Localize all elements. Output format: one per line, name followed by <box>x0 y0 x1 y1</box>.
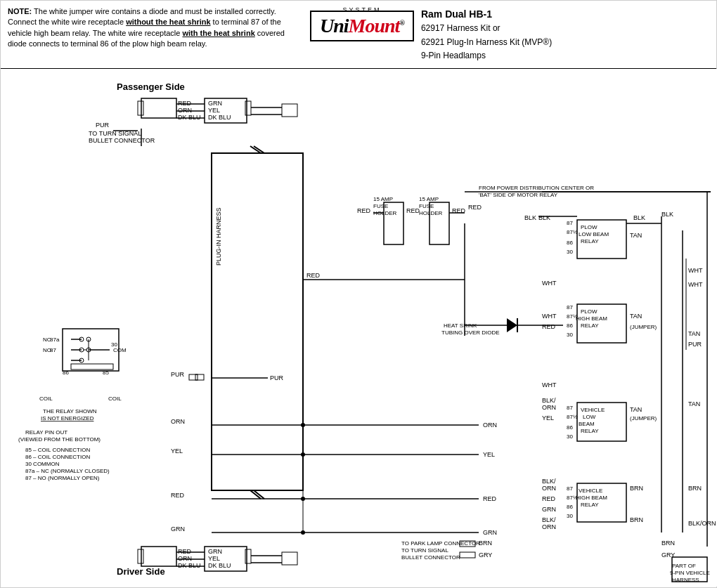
brn-label2: BRN <box>630 516 643 523</box>
plugin-harness-label: PLUG-IN HARNESS <box>215 207 222 266</box>
tan-label3: TAN <box>630 406 642 413</box>
p-red-label: RED <box>178 100 192 107</box>
veh-high-relay3: RELAY <box>581 502 599 508</box>
fuse1-label1: 15 AMP <box>373 196 393 202</box>
header-note: NOTE: The white jumper wire contains a d… <box>8 6 303 50</box>
gry-label: GRY <box>479 551 492 558</box>
title-line3: 62921 Plug-In Harness Kit (MVP®) <box>421 36 552 49</box>
blk-orn-right: BLK/ORN <box>688 520 716 527</box>
title-line2: 62917 Harness Kit or <box>421 22 552 35</box>
blk-orn-left: BLK/ <box>542 478 556 485</box>
logo-uni: Uni <box>320 15 349 37</box>
fuse1-label2: FUSE <box>373 203 388 209</box>
wht-label1: WHT <box>542 280 557 287</box>
passenger-side-label: Passenger Side <box>117 81 185 92</box>
veh-high-relay1: VEHICLE <box>579 488 602 494</box>
p-dkblu2-label: DK BLU <box>208 114 231 121</box>
pin87a-label: 87a <box>50 337 60 343</box>
d-red-label: RED <box>178 548 192 555</box>
pin87-desc: 87 – NO (NORMALLY OPEN) <box>25 475 100 481</box>
veh-low-relay4: RELAY <box>581 428 599 434</box>
note-text: NOTE: The white jumper wire contains a d… <box>8 7 285 48</box>
wiring-diagram: Passenger Side Driver Side RED ORN DK BL… <box>1 69 716 585</box>
pin87a-desc: 87a – NC (NORMALLY CLOSED) <box>25 468 110 474</box>
veh-low-relay2: LOW <box>583 414 596 420</box>
coil-right-label: COIL <box>108 396 122 402</box>
orn-label2: ORN <box>542 404 556 411</box>
t875-vlb: 87½ <box>567 414 578 420</box>
tan-right2: TAN <box>688 400 700 407</box>
driver-side-label: Driver Side <box>117 566 165 577</box>
t87-vlb: 87 <box>567 405 573 411</box>
grn-left: GRN <box>171 525 185 533</box>
blk-top: BLK <box>524 214 536 221</box>
yel-right: YEL <box>483 451 495 458</box>
plow-low-relay3: RELAY <box>581 238 599 244</box>
coil-left-label: COIL <box>39 396 53 402</box>
tan-jumper1: (JUMPER) <box>630 324 657 330</box>
pur-label-top: PUR <box>96 122 110 129</box>
fuse2-label2: FUSE <box>419 203 434 209</box>
red-fuse1: RED <box>357 207 371 214</box>
relay-note2: IS NOT ENERGIZED <box>41 415 94 422</box>
red-top2: RED <box>306 272 321 279</box>
p-dkblu-label: DK BLU <box>178 114 201 121</box>
grn-right: GRN <box>483 529 497 536</box>
t875-phb: 87½ <box>567 313 578 320</box>
tan-right1: TAN <box>688 330 700 337</box>
t30-phb: 30 <box>567 332 573 338</box>
pin86-desc: 86 – COIL CONNECTION <box>25 454 90 460</box>
from-power2: 'BAT' SIDE OF MOTOR RELAY <box>479 192 558 198</box>
title-line4: 9-Pin Headlamps <box>421 49 552 63</box>
pin85-label: 85 <box>103 370 109 376</box>
d-dkblu-label: DK BLU <box>178 562 201 569</box>
turn-signal-label2: BULLET CONNECTOR <box>89 137 155 144</box>
blk-label1: BLK <box>538 214 550 221</box>
t875-vhb: 87½ <box>567 495 578 501</box>
red-fuse3: RED <box>452 207 466 214</box>
9pin3: HARNESS <box>672 577 699 583</box>
pin87-label: 87 <box>50 347 56 353</box>
t86-plb: 86 <box>567 240 573 246</box>
heat-shrink2: TUBING OVER DIODE <box>441 329 500 336</box>
t87-plb: 87 <box>567 220 573 226</box>
plow-high-relay3: RELAY <box>581 322 599 329</box>
red-label2: RED <box>542 323 556 330</box>
t87-vhb: 87 <box>567 485 573 492</box>
veh-low-relay1: VEHICLE <box>581 407 605 413</box>
d-orn-label: ORN <box>178 555 192 562</box>
from-power1: FROM POWER DISTRIBUTION CENTER OR <box>479 185 594 191</box>
red-label3: RED <box>542 495 556 502</box>
brn-right: BRN <box>688 485 702 492</box>
orn-label4: ORN <box>542 523 556 530</box>
blk-top2: BLK <box>661 211 673 218</box>
com-label: COM <box>113 347 127 353</box>
yel-label2: YEL <box>542 414 554 422</box>
tan-jumper2: (JUMPER) <box>630 415 657 422</box>
blk-orn-right2: BLK/ <box>542 516 556 523</box>
svg-rect-0 <box>1 69 717 587</box>
veh-high-relay2: HIGH BEAM <box>576 495 607 501</box>
fuse2-label1: 15 AMP <box>419 196 439 202</box>
logo-area: SYSTEM UniMount® <box>310 6 414 41</box>
pur-left: PUR <box>171 371 185 378</box>
tan-label2: TAN <box>630 313 642 320</box>
park-lamp3: BULLET CONNECTOR <box>401 554 460 561</box>
header: NOTE: The white jumper wire contains a d… <box>1 1 716 69</box>
blk-label3: BLK/ <box>542 397 556 404</box>
diagram-svg: Passenger Side Driver Side RED ORN DK BL… <box>1 69 717 587</box>
t30-plb: 30 <box>567 249 573 255</box>
wht-right1: WHT <box>688 281 703 288</box>
brn-right2: BRN <box>661 540 675 547</box>
header-title: Ram Dual HB-1 62917 Harness Kit or 62921… <box>421 6 552 63</box>
title-line1: Ram Dual HB-1 <box>421 6 552 22</box>
orn-right: ORN <box>483 422 497 429</box>
p-yel-label: YEL <box>208 107 220 114</box>
red-left: RED <box>171 492 185 499</box>
logo-reg: ® <box>399 19 403 27</box>
p-grn-label: GRN <box>208 100 222 107</box>
wht-label2: WHT <box>542 313 557 320</box>
wht-label3: WHT <box>542 381 557 388</box>
d-grn-label: GRN <box>208 548 222 555</box>
pin86-label: 86 <box>63 370 69 376</box>
